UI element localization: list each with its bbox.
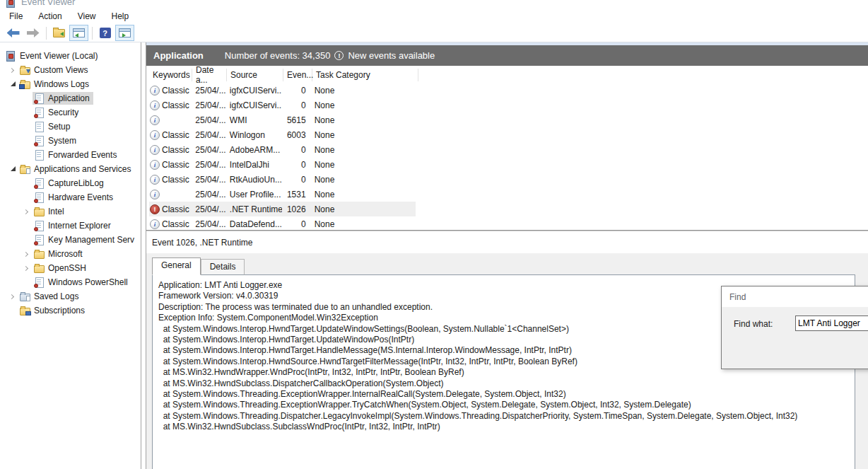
folder-icon bbox=[34, 263, 45, 273]
event-row[interactable]: Classic25/04/...DataDefend...0None bbox=[149, 216, 416, 231]
event-detail-line: at System.Windows.Threading.ExceptionWra… bbox=[158, 389, 855, 400]
tree-item-security[interactable]: Security bbox=[0, 105, 141, 120]
forward-button[interactable] bbox=[23, 25, 42, 41]
column-header-even[interactable]: Even... bbox=[283, 69, 312, 81]
tree-item-intel[interactable]: Intel bbox=[0, 204, 141, 219]
tree-item-key-management-serv[interactable]: Key Management Serv bbox=[0, 233, 141, 247]
open-folder-icon bbox=[53, 29, 65, 37]
tree-item-internet-explorer[interactable]: Internet Explorer bbox=[0, 219, 141, 233]
log-file-plain-icon bbox=[34, 122, 45, 132]
info-icon bbox=[150, 145, 160, 155]
expander-icon[interactable] bbox=[21, 210, 33, 214]
back-button[interactable] bbox=[4, 25, 23, 41]
log-file-plain-icon bbox=[34, 150, 45, 160]
tab-details[interactable]: Details bbox=[201, 259, 245, 275]
console-tree: Event Viewer (Local)Custom ViewsWindows … bbox=[0, 42, 141, 469]
event-row[interactable]: Classic25/04/...igfxCUIServi...0None bbox=[149, 83, 416, 98]
toggle-console-tree-button[interactable] bbox=[69, 25, 88, 41]
content-panel: Application Number of events: 34,350 New… bbox=[146, 42, 868, 469]
info-icon bbox=[150, 86, 160, 95]
find-dialog-titlebar: Find bbox=[722, 286, 868, 307]
tree-item-saved-logs[interactable]: Saved Logs bbox=[0, 289, 141, 303]
folder-filter-icon bbox=[20, 65, 30, 75]
folder-icon bbox=[34, 207, 45, 216]
column-header-source[interactable]: Source bbox=[227, 69, 283, 81]
log-file-icon bbox=[34, 136, 45, 146]
find-dialog-body: Find what: bbox=[722, 307, 868, 369]
find-what-input[interactable] bbox=[795, 315, 868, 331]
log-header: Application Number of events: 34,350 New… bbox=[146, 45, 868, 66]
main-area: Event Viewer (Local)Custom ViewsWindows … bbox=[0, 42, 868, 469]
tab-general[interactable]: General bbox=[152, 257, 201, 275]
event-row[interactable]: Classic25/04/...Winlogon6003None bbox=[149, 127, 416, 142]
event-detail-line: at System.Windows.Threading.ExceptionWra… bbox=[158, 400, 855, 410]
event-row[interactable]: Classic25/04/...IntelDalJhi0None bbox=[149, 157, 416, 172]
subscriptions-icon bbox=[20, 306, 30, 315]
column-header-date-a[interactable]: Date a... bbox=[192, 69, 227, 81]
menu-file[interactable]: File bbox=[1, 9, 30, 23]
forward-arrow-icon bbox=[27, 28, 40, 37]
menu-help[interactable]: Help bbox=[104, 9, 137, 23]
back-arrow-icon bbox=[7, 28, 20, 37]
tree-item-hardware-events[interactable]: Hardware Events bbox=[0, 190, 141, 204]
expander-icon[interactable] bbox=[7, 69, 18, 72]
events-table: KeywordsDate a...SourceEven...Task Categ… bbox=[146, 66, 868, 231]
log-file-icon bbox=[34, 192, 45, 202]
log-file-icon bbox=[34, 108, 45, 117]
event-viewer-window: { "colors": { "panel_header_bg": "#6b6b6… bbox=[0, 0, 868, 469]
toolbar bbox=[0, 24, 868, 42]
tree-item-system[interactable]: System bbox=[0, 134, 141, 148]
app-icon bbox=[6, 0, 16, 7]
find-what-label: Find what: bbox=[734, 319, 773, 329]
column-header-keywords[interactable]: Keywords bbox=[149, 69, 192, 81]
tree-item-forwarded-events[interactable]: Forwarded Events bbox=[0, 148, 141, 162]
toolbar-separator bbox=[46, 27, 47, 40]
tree-item-microsoft[interactable]: Microsoft bbox=[0, 247, 141, 261]
help-button[interactable] bbox=[95, 25, 115, 41]
event-detail-line: at MS.Win32.HwndSubclass.SubclassWndProc… bbox=[158, 422, 855, 432]
info-icon bbox=[150, 175, 160, 185]
tree-item-windows-logs[interactable]: Windows Logs bbox=[0, 77, 141, 91]
expander-icon[interactable] bbox=[7, 168, 18, 171]
event-row[interactable]: 25/04/...WMI5615None bbox=[149, 112, 416, 127]
event-row[interactable]: Classic25/04/...igfxCUIServi...0None bbox=[149, 98, 416, 112]
event-row[interactable]: 25/04/...User Profile...1531None bbox=[149, 187, 416, 202]
tree-item-custom-views[interactable]: Custom Views bbox=[0, 63, 141, 77]
menu-view[interactable]: View bbox=[70, 9, 104, 23]
tree-item-windows-powershell[interactable]: Windows PowerShell bbox=[0, 275, 141, 289]
tree-item-captureliblog[interactable]: CaptureLibLog bbox=[0, 176, 141, 190]
expander-icon[interactable] bbox=[21, 267, 33, 270]
tree-item-subscriptions[interactable]: Subscriptions bbox=[0, 303, 141, 318]
tree-item-application[interactable]: Application bbox=[0, 91, 141, 105]
titlebar: Event Viewer bbox=[0, 0, 868, 8]
open-saved-log-button[interactable] bbox=[49, 25, 69, 41]
tree-item-event-viewer-local[interactable]: Event Viewer (Local) bbox=[0, 49, 141, 63]
tree-item-setup[interactable]: Setup bbox=[0, 120, 141, 134]
window-title: Event Viewer bbox=[21, 0, 75, 7]
menu-action[interactable]: Action bbox=[30, 9, 69, 23]
console-tree-icon bbox=[73, 28, 85, 37]
log-file-icon bbox=[34, 235, 45, 245]
log-title: Application bbox=[146, 50, 204, 61]
info-icon bbox=[150, 190, 160, 199]
tree-item-applications-and-services[interactable]: Applications and Services bbox=[0, 162, 141, 176]
error-icon bbox=[150, 204, 160, 214]
event-detail-line: at System.Windows.Threading.Dispatcher.L… bbox=[158, 411, 855, 422]
expander-icon[interactable] bbox=[7, 295, 18, 299]
info-icon bbox=[150, 100, 160, 110]
expander-icon[interactable] bbox=[7, 83, 18, 86]
tree-item-openssh[interactable]: OpenSSH bbox=[0, 261, 141, 275]
expander-icon[interactable] bbox=[21, 253, 33, 256]
log-status: Number of events: 34,350 New events avai… bbox=[225, 50, 435, 61]
info-icon bbox=[150, 160, 160, 170]
info-icon bbox=[150, 130, 160, 140]
event-row[interactable]: Classic25/04/...AdobeARM...0None bbox=[149, 142, 416, 157]
toggle-action-pane-button[interactable] bbox=[115, 25, 134, 41]
column-header-task-category[interactable]: Task Category bbox=[312, 69, 418, 81]
events-table-header: KeywordsDate a...SourceEven...Task Categ… bbox=[149, 67, 868, 83]
help-icon bbox=[100, 28, 111, 38]
new-events-label: New events available bbox=[348, 50, 435, 61]
event-row[interactable]: Classic25/04/...RtkAudioUn...0None bbox=[149, 172, 416, 187]
preview-tabs: GeneralDetails bbox=[152, 257, 868, 275]
event-row[interactable]: Classic25/04/....NET Runtime1026None bbox=[149, 202, 416, 216]
